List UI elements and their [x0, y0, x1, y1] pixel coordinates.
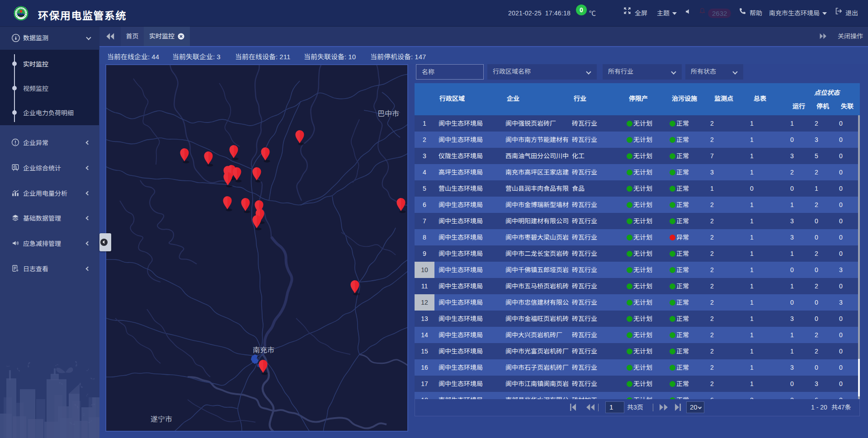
svg-text:南充市: 南充市 [253, 346, 274, 354]
svg-text:巴中市: 巴中市 [377, 110, 399, 118]
svg-text:遂宁市: 遂宁市 [151, 415, 172, 423]
